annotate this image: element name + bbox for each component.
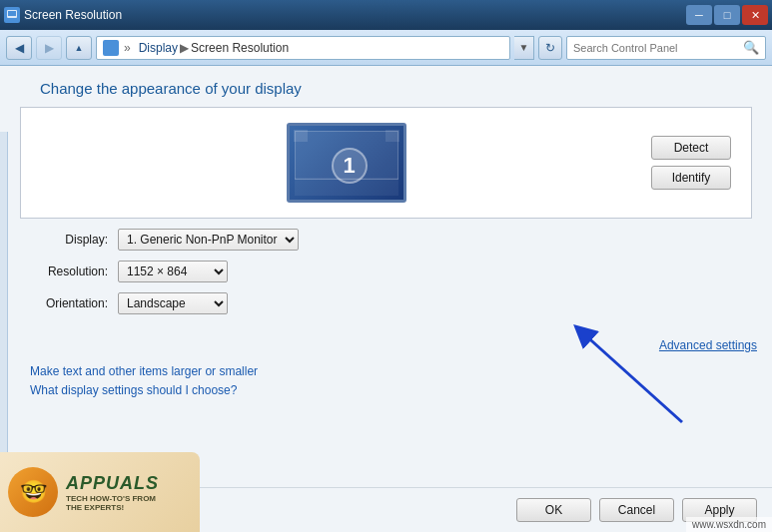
orientation-select[interactable]: Landscape xyxy=(118,292,228,314)
title-bar: Screen Resolution ─ □ ✕ xyxy=(0,0,772,30)
window-title: Screen Resolution xyxy=(24,8,122,22)
minimize-button[interactable]: ─ xyxy=(686,5,712,25)
breadcrumb-current: Screen Resolution xyxy=(191,41,289,55)
breadcrumb-dropdown[interactable]: ▼ xyxy=(514,36,534,60)
display-select[interactable]: 1. Generic Non-PnP Monitor xyxy=(118,229,299,251)
address-bar: ◀ ▶ ▲ » Display ▶ Screen Resolution ▼ ↻ … xyxy=(0,30,772,66)
detect-button[interactable]: Detect xyxy=(651,136,731,160)
up-button[interactable]: ▲ xyxy=(66,36,92,60)
window-controls: ─ □ ✕ xyxy=(686,5,768,25)
advanced-settings-link[interactable]: Advanced settings xyxy=(659,338,757,352)
website-badge: www.wsxdn.com xyxy=(686,517,772,532)
text-size-link[interactable]: Make text and other items larger or smal… xyxy=(30,364,742,378)
identify-button[interactable]: Identify xyxy=(651,166,731,190)
main-content: Change the appearance of your display 1 … xyxy=(0,66,772,532)
watermark-logo: 🤓 xyxy=(8,467,58,517)
search-input[interactable] xyxy=(573,42,739,54)
monitor-preview: 1 xyxy=(245,123,448,203)
resolution-select[interactable]: 1152 × 864 xyxy=(118,261,228,282)
watermark-tagline-2: THE EXPERTS! xyxy=(66,503,159,512)
monitor-screen: 1 xyxy=(287,123,406,203)
advanced-settings-row: Advanced settings xyxy=(0,334,772,360)
watermark-tagline-1: TECH HOW-TO'S FROM xyxy=(66,494,159,503)
refresh-button[interactable]: ↻ xyxy=(538,36,562,60)
search-icon[interactable]: 🔍 xyxy=(743,40,759,55)
resolution-label: Resolution: xyxy=(28,265,118,278)
watermark-emoji: 🤓 xyxy=(20,479,47,505)
window-icon xyxy=(4,7,20,23)
resolution-row: Resolution: 1152 × 864 xyxy=(28,261,752,282)
close-button[interactable]: ✕ xyxy=(742,5,768,25)
search-box: 🔍 xyxy=(566,36,766,60)
cancel-button[interactable]: Cancel xyxy=(599,498,674,522)
title-bar-left: Screen Resolution xyxy=(4,7,122,23)
breadcrumb: » Display ▶ Screen Resolution xyxy=(96,36,510,60)
ok-button[interactable]: OK xyxy=(516,498,591,522)
display-settings-link[interactable]: What display settings should I choose? xyxy=(30,383,742,397)
display-row: Display: 1. Generic Non-PnP Monitor xyxy=(28,229,752,251)
orientation-label: Orientation: xyxy=(28,296,118,310)
breadcrumb-display-link[interactable]: Display xyxy=(139,41,178,55)
back-button[interactable]: ◀ xyxy=(6,36,32,60)
detect-identify-buttons: Detect Identify xyxy=(651,136,731,190)
display-label: Display: xyxy=(28,233,118,247)
page-title: Change the appearance of your display xyxy=(25,68,317,107)
watermark: 🤓 APPUALS TECH HOW-TO'S FROM THE EXPERTS… xyxy=(0,452,200,532)
maximize-button[interactable]: □ xyxy=(714,5,740,25)
website-url: www.wsxdn.com xyxy=(692,519,766,530)
bottom-links: Make text and other items larger or smal… xyxy=(0,360,772,406)
forward-button[interactable]: ▶ xyxy=(36,36,62,60)
breadcrumb-sep2: ▶ xyxy=(180,41,189,55)
watermark-text: APPUALS TECH HOW-TO'S FROM THE EXPERTS! xyxy=(66,473,159,512)
breadcrumb-sep1: » xyxy=(124,41,131,55)
orientation-row: Orientation: Landscape xyxy=(28,292,752,314)
svg-rect-1 xyxy=(8,11,16,16)
watermark-brand: APPUALS xyxy=(66,473,159,494)
breadcrumb-icon xyxy=(103,40,119,56)
